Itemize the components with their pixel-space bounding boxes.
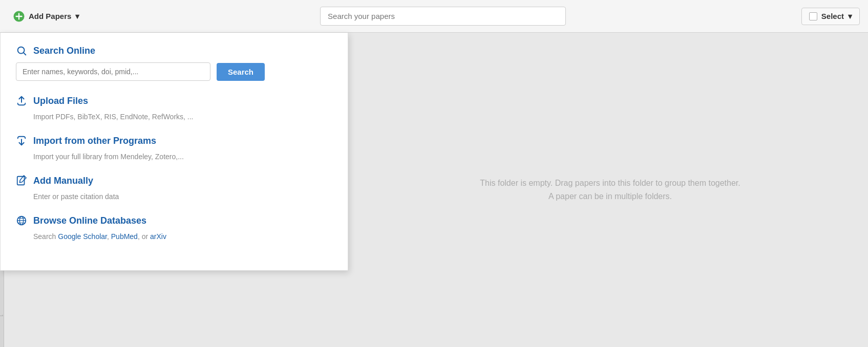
add-manually-section: Add Manually Enter or paste citation dat… <box>16 175 332 201</box>
upload-files-header[interactable]: Upload Files <box>16 95 332 106</box>
search-papers-input[interactable] <box>320 7 566 26</box>
browse-databases-suffix: , or <box>138 232 150 241</box>
toolbar: Add Papers ▾ Select ▾ <box>0 0 868 33</box>
browse-databases-header[interactable]: Browse Online Databases <box>16 215 332 226</box>
import-programs-section: Import from other Programs Import your f… <box>16 135 332 161</box>
add-papers-button[interactable]: Add Papers ▾ <box>8 8 84 25</box>
empty-message-line2: A paper can be in multiple folders. <box>480 190 740 203</box>
add-papers-dropdown: Search Online Search Upload File <box>0 33 348 271</box>
browse-databases-prefix: Search <box>33 232 58 241</box>
search-online-section: Search Online Search <box>16 45 332 81</box>
empty-message-line1: This folder is empty. Drag papers into t… <box>480 177 740 190</box>
svg-line-4 <box>24 53 26 55</box>
import-programs-icon <box>16 135 27 146</box>
select-label: Select <box>821 12 844 20</box>
upload-files-section: Upload Files Import PDFs, BibTeX, RIS, E… <box>16 95 332 121</box>
empty-folder-message: This folder is empty. Drag papers into t… <box>480 177 740 203</box>
search-online-row: Search <box>16 62 332 81</box>
plus-circle-icon <box>13 11 25 22</box>
browse-databases-title: Browse Online Databases <box>33 215 146 226</box>
import-programs-title: Import from other Programs <box>33 136 156 146</box>
select-checkbox-icon <box>809 12 817 20</box>
add-manually-icon <box>16 175 27 186</box>
add-manually-desc: Enter or paste citation data <box>33 192 332 201</box>
upload-files-desc: Import PDFs, BibTeX, RIS, EndNote, RefWo… <box>33 113 332 121</box>
browse-databases-icon <box>16 215 27 226</box>
main-content: c e 2 d 1 Search Online Search <box>0 33 868 347</box>
arxiv-link[interactable]: arXiv <box>150 232 166 241</box>
upload-files-title: Upload Files <box>33 96 88 106</box>
add-manually-header[interactable]: Add Manually <box>16 175 332 186</box>
search-online-icon <box>16 45 27 56</box>
browse-databases-middle: , <box>107 232 111 241</box>
pubmed-link[interactable]: PubMed <box>111 232 138 241</box>
browse-databases-desc: Search Google Scholar, PubMed, or arXiv <box>33 232 332 241</box>
add-papers-label: Add Papers <box>29 12 71 20</box>
select-button[interactable]: Select ▾ <box>801 8 860 25</box>
right-area: This folder is empty. Drag papers into t… <box>352 33 868 347</box>
search-online-input[interactable] <box>16 62 210 81</box>
search-bar-container <box>95 7 791 26</box>
add-papers-dropdown-arrow: ▾ <box>75 12 79 21</box>
import-programs-desc: Import your full library from Mendeley, … <box>33 153 332 161</box>
google-scholar-link[interactable]: Google Scholar <box>58 232 107 241</box>
select-dropdown-arrow: ▾ <box>848 12 852 21</box>
browse-databases-section: Browse Online Databases Search Google Sc… <box>16 215 332 241</box>
sidebar-char-5: 1 <box>0 314 4 317</box>
upload-files-icon <box>16 95 27 106</box>
search-online-title: Search Online <box>33 46 95 56</box>
search-online-button[interactable]: Search <box>217 63 265 81</box>
import-programs-header[interactable]: Import from other Programs <box>16 135 332 146</box>
search-online-button-label: Search <box>228 68 253 76</box>
add-manually-title: Add Manually <box>33 176 93 186</box>
search-online-header: Search Online <box>16 45 332 56</box>
